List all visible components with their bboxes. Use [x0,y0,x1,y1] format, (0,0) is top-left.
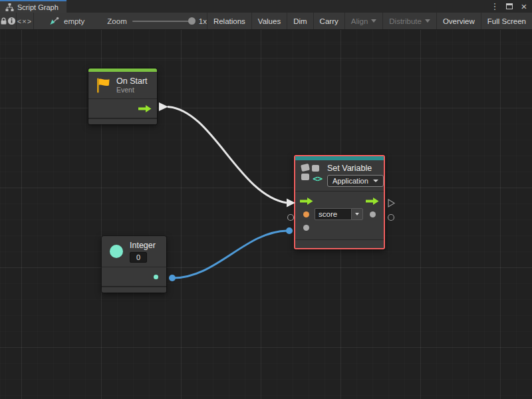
value-wire-start-dot[interactable] [169,275,176,281]
node-subtitle: Event [116,86,148,94]
unconnected-output-circle[interactable] [388,215,394,221]
value-output-port[interactable] [154,275,158,279]
graph-pointer[interactable]: empty [49,13,84,29]
graph-pointer-label: empty [64,17,84,25]
values-button[interactable]: Values [251,13,287,29]
integer-type-icon [110,245,123,258]
inspect-button[interactable] [7,13,16,29]
zoom-slider[interactable] [132,21,194,22]
value-wire-end-dot[interactable] [286,227,293,234]
on-start-port-row [88,99,157,118]
graph-hierarchy-icon [5,3,14,11]
integer-header: Integer 0 [102,236,166,267]
on-start-titles: On Start Event [116,76,148,94]
script-graph-window: Script Graph ⋮ × <×> [0,0,532,399]
integer-titles: Integer 0 [130,241,156,263]
distribute-label: Distribute [389,17,422,25]
node-set-variable[interactable]: <> Set Variable Application [294,155,385,249]
flow-port-row [295,194,384,207]
unconnected-flow-triangle[interactable] [388,200,394,207]
wire-layer [0,30,532,399]
node-footer [88,119,157,124]
carry-label: Carry [320,17,338,25]
chevron-down-icon [425,19,430,23]
chevron-down-icon [355,213,359,215]
dim-label: Dim [293,17,307,25]
chevron-down-icon [371,19,376,23]
set-variable-header: <> Set Variable Application [295,160,384,191]
align-button[interactable]: Align [344,13,383,29]
relations-button[interactable]: Relations [207,13,251,29]
zoom-slider-knob[interactable] [188,17,196,25]
set-variable-titles: Set Variable Application [327,164,384,187]
toolbar-buttons: Relations Values Dim Carry Align Distrib… [207,13,532,29]
on-start-header: On Start Event [88,72,157,98]
graph-canvas[interactable]: On Start Event Integer 0 [0,30,532,399]
graph-toolbar: <×> empty Zoom 1x Relations Values Dim C… [0,13,532,30]
fallback-value-row [295,221,384,234]
align-label: Align [351,17,368,25]
scope-label: Application [332,177,368,185]
tab-label: Script Graph [17,3,59,11]
node-title: On Start [116,76,148,86]
set-variable-port-rows: score [295,192,384,239]
kebab-menu-icon[interactable]: ⋮ [489,1,500,12]
info-icon [7,17,16,25]
integer-port-row [102,267,166,286]
chevron-down-icon [373,180,378,182]
value-wire[interactable] [172,231,287,278]
unconnected-input-circle[interactable] [288,215,294,221]
fullscreen-button[interactable]: Full Screen [481,13,532,29]
dim-button[interactable]: Dim [287,13,313,29]
integer-value-input[interactable]: 0 [130,252,147,263]
code-view-button[interactable]: <×> [16,13,33,29]
fullscreen-label: Full Screen [487,17,526,25]
distribute-button[interactable]: Distribute [382,13,436,29]
close-icon[interactable]: × [519,1,529,12]
variable-scope-dropdown[interactable]: Application [327,175,384,187]
flow-output-port[interactable] [366,198,379,205]
value-output-port[interactable] [370,211,376,217]
flow-wire-start-arrow[interactable] [159,102,168,111]
zoom-value: 1x [199,17,207,25]
variable-name-input-port[interactable] [303,211,309,217]
maximize-box [506,3,513,9]
lock-icon [0,17,7,25]
value-input-port[interactable] [303,225,309,231]
flow-wire[interactable] [168,107,287,203]
overview-label: Overview [443,17,475,25]
flow-input-port[interactable] [300,198,313,205]
values-label: Values [258,17,281,25]
lock-button[interactable] [0,13,7,29]
node-footer [295,240,384,248]
node-footer [102,287,166,293]
node-title: Set Variable [327,164,384,173]
window-controls: ⋮ × [489,0,529,13]
overview-button[interactable]: Overview [436,13,481,29]
flag-icon [95,77,110,94]
node-title: Integer [130,241,156,250]
tab-bar: Script Graph ⋮ × [0,0,532,13]
maximize-icon[interactable] [504,1,515,12]
graph-pointer-icon [49,17,59,25]
flow-output-port[interactable] [138,105,152,112]
variables-icon: <> [301,164,322,182]
node-on-start[interactable]: On Start Event [88,68,157,124]
variable-name-field[interactable]: score [315,208,363,220]
relations-label: Relations [213,17,245,25]
zoom-label: Zoom [107,17,126,25]
variable-name-dropdown-button[interactable] [351,208,363,220]
tab-script-graph[interactable]: Script Graph [0,0,66,13]
variable-name-row: score [295,207,384,221]
code-angle-icon: <×> [17,17,32,25]
node-integer[interactable]: Integer 0 [102,236,166,293]
carry-button[interactable]: Carry [313,13,344,29]
variable-name-value[interactable]: score [315,208,351,220]
